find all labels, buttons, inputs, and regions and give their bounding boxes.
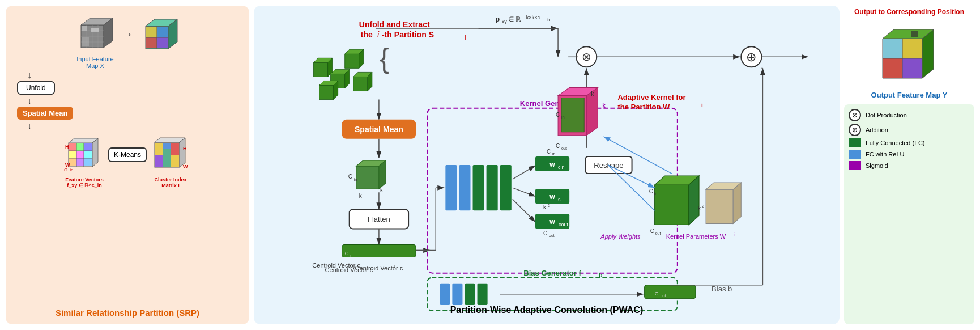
output-feature-map-label: Output Feature Map Y [844, 90, 974, 100]
svg-marker-73 [353, 77, 368, 91]
svg-rect-30 [84, 158, 92, 166]
svg-text:i: i [377, 30, 380, 39]
svg-text:out: out [561, 146, 567, 150]
svg-text:i: i [701, 102, 703, 108]
svg-rect-18 [157, 37, 168, 48]
feature-vectors-label: Feature Vectors f_xy ∈ ℝ^c_in [65, 177, 104, 188]
svg-rect-199 [902, 58, 922, 78]
svg-marker-48 [180, 138, 185, 167]
input-cube [74, 14, 115, 54]
svg-text:k: k [698, 205, 701, 211]
dot-production-label: Dot Production [866, 112, 907, 119]
svg-rect-22 [69, 143, 76, 151]
svg-text:⊗: ⊗ [582, 50, 591, 63]
dot-production-icon: ⊗ [849, 109, 861, 121]
cluster-index-label: Cluster Index Matrix I [151, 177, 190, 188]
svg-rect-43 [171, 143, 179, 155]
svg-rect-25 [69, 151, 76, 158]
svg-rect-15 [146, 27, 157, 37]
svg-line-111 [513, 166, 535, 179]
svg-rect-41 [155, 143, 163, 155]
svg-marker-139 [733, 183, 741, 223]
svg-rect-24 [84, 143, 92, 151]
svg-rect-11 [82, 37, 89, 46]
svg-text:C: C [650, 228, 654, 234]
svg-rect-196 [883, 39, 902, 58]
pwac-section: Unfold and Extract the i -th Partition S… [254, 6, 840, 324]
svg-text:in: in [547, 17, 550, 22]
addition-label: Addition [866, 126, 888, 133]
legend-addition: ⊕ Addition [849, 124, 970, 136]
sigmoid-icon [849, 161, 861, 170]
svg-text:2: 2 [702, 204, 704, 208]
svg-text:Apply Weights: Apply Weights [600, 233, 641, 240]
svg-text:k: k [359, 193, 363, 199]
legend-fc: Fully Connected (FC) [849, 138, 970, 147]
svg-marker-170 [561, 98, 584, 132]
svg-rect-109 [487, 165, 498, 210]
svg-text:W: W [183, 164, 188, 170]
svg-text:H: H [65, 144, 69, 150]
spatial-mean-box-srp: Spatial Mean [17, 107, 73, 120]
input-feature-label: Input Feature Map X [75, 56, 116, 69]
svg-text:xy: xy [502, 19, 508, 24]
cluster-index-matrix: H W [151, 133, 191, 176]
srp-title: Similar Relationship Partition (SRP) [56, 308, 199, 319]
svg-text:in: in [654, 192, 658, 196]
svg-text:w: w [549, 218, 555, 226]
legend-sigmoid: Sigmoid [849, 161, 970, 170]
svg-text:k: k [591, 90, 594, 97]
unfold-box: Unfold [17, 81, 55, 95]
svg-text:the Partition W: the Partition W [617, 103, 670, 111]
svg-line-113 [513, 199, 535, 222]
fc-relu-label: FC with ReLU [866, 151, 904, 158]
svg-rect-197 [902, 39, 922, 58]
svg-text:p: p [496, 15, 500, 23]
svg-rect-106 [445, 165, 457, 210]
svg-rect-154 [645, 285, 696, 299]
svg-text:C: C [655, 291, 659, 297]
svg-rect-42 [163, 143, 171, 149]
svg-text:Adaptive Kernel for: Adaptive Kernel for [617, 93, 685, 101]
arrow-input-to-partition: → [122, 28, 133, 41]
fc-label: Fully Connected (FC) [866, 139, 925, 146]
svg-text:k×k×c: k×k×c [526, 15, 540, 20]
svg-rect-202 [911, 31, 918, 37]
svg-rect-23 [76, 143, 84, 151]
svg-text:H: H [183, 146, 187, 151]
svg-rect-151 [465, 284, 475, 305]
svg-text:s: s [558, 197, 561, 202]
legend-dot-production: ⊗ Dot Production [849, 109, 970, 121]
svg-text:Bias Generator f: Bias Generator f [523, 269, 581, 277]
svg-rect-152 [478, 284, 488, 305]
svg-rect-16 [157, 27, 168, 37]
svg-rect-9 [82, 26, 87, 31]
svg-text:C: C [556, 143, 560, 149]
svg-text:2: 2 [548, 204, 550, 208]
svg-text:k: k [543, 204, 547, 210]
svg-marker-137 [706, 189, 733, 223]
svg-text:in: in [561, 115, 565, 119]
svg-text:cout: cout [559, 222, 569, 227]
svg-rect-26 [76, 151, 84, 158]
svg-marker-67 [319, 85, 334, 99]
svg-rect-17 [146, 37, 157, 48]
svg-text:k: k [602, 103, 606, 109]
addition-icon: ⊕ [849, 124, 861, 136]
arrow-down-unfold: ↓ [27, 70, 32, 81]
svg-rect-28 [69, 158, 76, 166]
svg-text:Unfold and Extract: Unfold and Extract [359, 20, 430, 29]
svg-marker-70 [345, 54, 359, 68]
svg-text:in: in [354, 177, 357, 181]
svg-rect-93 [342, 245, 416, 257]
arrow-down-to-grid: ↓ [27, 121, 32, 131]
svg-rect-46 [171, 155, 179, 167]
svg-text:b: b [599, 272, 602, 278]
svg-text:out: out [661, 294, 666, 298]
output-feature-cube [844, 23, 974, 85]
svg-text:w: w [549, 193, 555, 201]
svg-text:Kernel Parameters W: Kernel Parameters W [666, 233, 726, 240]
svg-text:i: i [400, 265, 401, 271]
svg-text:Flatten: Flatten [368, 215, 390, 223]
svg-text:Partition-Wise Adaptive Convol: Partition-Wise Adaptive Convolution (PWA… [450, 304, 644, 315]
